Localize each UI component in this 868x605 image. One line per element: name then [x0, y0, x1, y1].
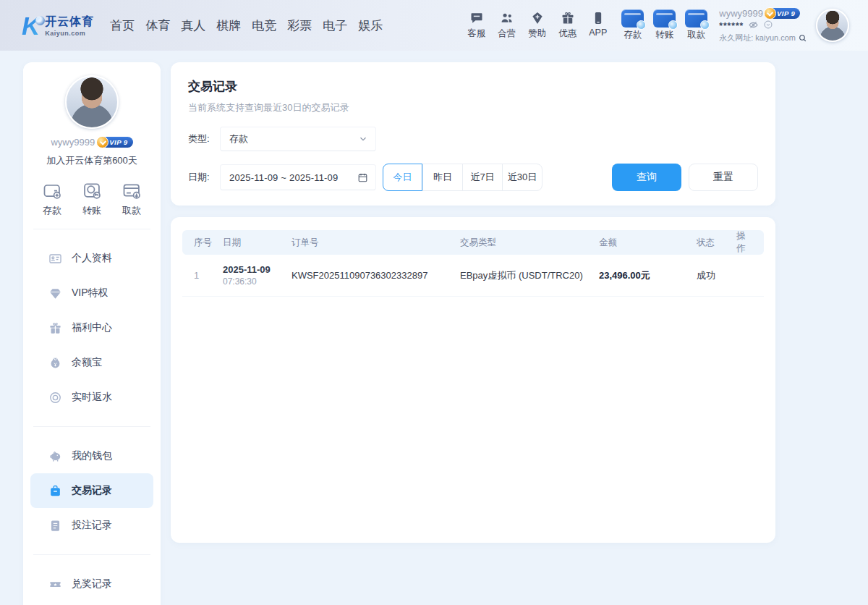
search-icon[interactable]	[798, 33, 807, 43]
customer-service-button[interactable]: 客服	[467, 11, 485, 40]
moneybag-icon	[48, 356, 62, 370]
sponsor-button[interactable]: 赞助	[528, 11, 546, 40]
row-order-no: KWSF202511090736302332897	[292, 270, 460, 281]
sidebar-item-transactions[interactable]: 交易记录	[30, 473, 153, 508]
avatar[interactable]	[816, 9, 849, 42]
page-subtitle: 当前系统支持查询最近30日的交易记录	[188, 101, 758, 114]
row-datetime: 2025-11-09 07:36:30	[223, 264, 292, 287]
page-title: 交易记录	[188, 78, 758, 95]
gift-icon	[48, 321, 62, 335]
range-yesterday-button[interactable]: 昨日	[422, 164, 462, 190]
refresh-circle-icon[interactable]	[763, 20, 773, 30]
table-header-row: 序号 日期 订单号 交易类型 金额 状态 操作	[182, 230, 764, 255]
vip-badge: VIP 9	[767, 8, 800, 19]
query-button[interactable]: 查询	[612, 164, 681, 191]
divider	[33, 554, 150, 555]
main-nav: 首页 体育 真人 棋牌 电竞 彩票 电子 娱乐	[110, 17, 383, 34]
briefcase-icon	[48, 484, 62, 498]
divider	[33, 229, 150, 229]
sidebar-quick-actions: 存款 转账 取款	[23, 180, 161, 217]
avatar[interactable]	[65, 75, 119, 129]
date-range-value: 2025-11-09 ~ 2025-11-09	[229, 172, 338, 183]
transfer-button[interactable]: 转账	[653, 9, 676, 41]
brand-domain: Kaiyun.com	[45, 30, 94, 37]
range-7days-button[interactable]: 近7日	[462, 164, 502, 190]
row-type: EBpay虚拟币 (USDT/TRC20)	[460, 269, 599, 282]
nav-sports[interactable]: 体育	[145, 17, 170, 34]
sidebar-item-vip[interactable]: VIP特权	[30, 276, 153, 310]
nav-esports[interactable]: 电竞	[252, 17, 276, 34]
withdraw-button[interactable]: 取款	[122, 180, 142, 217]
document-icon	[48, 519, 62, 533]
promo-button[interactable]: 优惠	[558, 11, 576, 40]
logo-k-icon: K	[22, 13, 40, 38]
chat-icon	[469, 11, 484, 25]
col-type: 交易类型	[460, 237, 599, 249]
col-date: 日期	[223, 237, 292, 249]
row-date: 2025-11-09	[223, 264, 292, 275]
date-filter-label: 日期:	[188, 171, 220, 184]
deposit-button[interactable]: 存款	[42, 180, 62, 217]
balance-mask: ******	[719, 20, 744, 30]
sidebar-item-yuebao[interactable]: 余额宝	[30, 345, 153, 380]
gift-icon	[561, 11, 575, 25]
eye-off-icon[interactable]	[748, 20, 759, 30]
sidebar-item-messages[interactable]: 消息中心 99+	[30, 601, 153, 605]
date-range-input[interactable]: 2025-11-09 ~ 2025-11-09	[220, 164, 376, 190]
transfer-button[interactable]: 转账	[82, 180, 102, 217]
chevron-down-icon	[358, 134, 368, 144]
wallet-actions-group: 存款 转账 取款	[621, 9, 707, 41]
withdraw-icon	[122, 180, 142, 200]
deposit-button[interactable]: 存款	[621, 9, 644, 41]
sponsor-icon	[530, 11, 545, 25]
nav-entertainment[interactable]: 娱乐	[358, 17, 383, 34]
piggy-icon	[48, 449, 62, 463]
withdraw-button[interactable]: 取款	[685, 9, 707, 41]
top-header: K 开云体育 Kaiyun.com 首页 体育 真人 棋牌 电竞 彩票 电子 娱…	[0, 0, 868, 51]
col-action: 操作	[736, 230, 752, 255]
partners-icon	[500, 11, 514, 25]
calendar-icon[interactable]	[357, 172, 368, 183]
col-amount: 金额	[599, 237, 697, 249]
vip-emblem-icon	[764, 7, 776, 20]
phone-icon	[591, 11, 605, 25]
col-status: 状态	[697, 237, 736, 249]
row-status: 成功	[697, 269, 736, 282]
table-row: 1 2025-11-09 07:36:30 KWSF20251109073630…	[182, 255, 764, 297]
app-download-button[interactable]: APP	[589, 11, 607, 40]
sidebar-item-rebate[interactable]: 实时返水	[30, 380, 153, 415]
type-filter-label: 类型:	[188, 132, 220, 145]
permanent-url-label: 永久网址: kaiyun.com	[719, 33, 796, 43]
gem-icon	[48, 287, 62, 300]
row-amount: 23,496.00元	[599, 269, 697, 282]
sidebar-item-bets[interactable]: 投注记录	[30, 508, 153, 543]
brand-name: 开云体育	[45, 14, 94, 30]
sidebar-item-wallet[interactable]: 我的钱包	[30, 439, 153, 473]
nav-live[interactable]: 真人	[181, 17, 205, 34]
divider	[33, 426, 150, 427]
ticket-icon	[48, 578, 62, 591]
soccer-ball-icon	[35, 16, 45, 25]
reset-button[interactable]: 重置	[689, 164, 758, 191]
row-time: 07:36:30	[223, 276, 292, 287]
sidebar-item-prizes[interactable]: 兑奖记录	[30, 567, 153, 601]
utility-group: 客服 合营 赞助 优惠 APP	[467, 11, 607, 40]
type-select-value: 存款	[229, 132, 248, 145]
brand-logo[interactable]: K 开云体育 Kaiyun.com	[22, 13, 94, 38]
sidebar-item-welfare[interactable]: 福利中心	[30, 310, 153, 345]
sidebar-username: wywy9999	[51, 137, 95, 148]
rebate-icon	[48, 391, 62, 405]
wallet-icon	[42, 180, 62, 200]
col-index: 序号	[194, 237, 223, 249]
nav-home[interactable]: 首页	[110, 17, 135, 34]
sidebar-item-profile[interactable]: 个人资料	[30, 241, 153, 276]
nav-lottery[interactable]: 彩票	[287, 17, 312, 34]
sidebar: wywy9999 VIP 9 加入开云体育第600天 存款 转账 取款	[23, 62, 161, 605]
quick-range-group: 今日 昨日 近7日 近30日	[383, 164, 542, 191]
type-select[interactable]: 存款	[220, 127, 376, 151]
range-today-button[interactable]: 今日	[383, 164, 422, 191]
nav-chess[interactable]: 棋牌	[216, 17, 241, 34]
nav-slots[interactable]: 电子	[323, 17, 347, 34]
range-30days-button[interactable]: 近30日	[502, 164, 542, 190]
partners-button[interactable]: 合营	[498, 11, 516, 40]
